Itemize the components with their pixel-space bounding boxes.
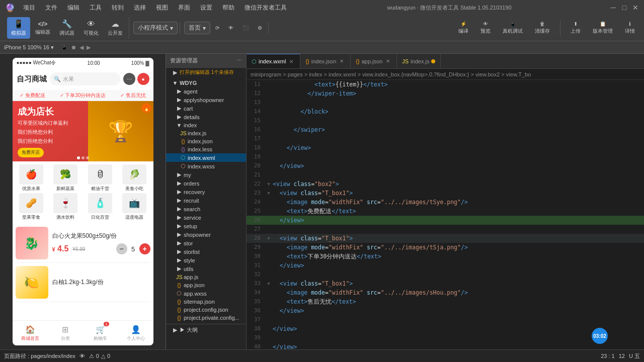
menu-help[interactable]: 帮助 — [220, 3, 236, 13]
page-dropdown[interactable]: 首页 ▾ — [184, 22, 210, 34]
debugger-toggle-button[interactable]: 🔧 调试器 — [55, 17, 78, 39]
tree-file-app-json[interactable]: {} app.json — [166, 281, 246, 289]
more-options-icon[interactable]: ⋯ — [236, 57, 242, 64]
mode-dropdown[interactable]: 小程序模式 ▾ — [133, 22, 178, 34]
tree-file-sitemap-json[interactable]: {} sitemap.json — [166, 298, 246, 306]
settings-button[interactable]: ⚙ — [254, 23, 266, 33]
tree-folder-style[interactable]: ▶ style — [166, 256, 246, 264]
plus-button-0[interactable]: + — [139, 243, 150, 254]
tree-file-app-js[interactable]: JS app.js — [166, 273, 246, 281]
root-folder[interactable]: ▼ WDYG — [166, 79, 246, 87]
menu-select[interactable]: 选择 — [132, 3, 148, 13]
category-nuts[interactable]: 🥜 坚果零食 — [15, 193, 48, 221]
tab-app-json[interactable]: {} app.json ✕ — [351, 54, 397, 69]
menu-devtools[interactable]: 微信开发者工具 — [243, 3, 289, 13]
category-daily[interactable]: 🧴 日化百货 — [84, 193, 117, 221]
tree-folder-setup[interactable]: ▶ setup — [166, 222, 246, 230]
nav-profile[interactable]: 👤 个人中心 — [118, 321, 153, 345]
category-electronics[interactable]: 📺 适度电器 — [118, 193, 151, 221]
tree-file-app-wxss[interactable]: ⬡ app.wxss — [166, 289, 246, 298]
tree-folder-cart[interactable]: ▶ cart — [166, 104, 246, 113]
details-button[interactable]: ℹ 详情 — [621, 19, 639, 37]
device-selector[interactable]: iPhone 5 100% 16 ▾ — [4, 44, 54, 51]
tree-folder-details[interactable]: ▶ details — [166, 113, 246, 121]
tree-file-index-wxss[interactable]: ⬡ index.wxss — [166, 162, 246, 170]
minus-button-0[interactable]: − — [116, 243, 127, 254]
maximize-button[interactable]: □ — [621, 4, 628, 11]
clear-cache-button[interactable]: 🗑 清缓存 — [531, 19, 554, 37]
tree-folder-my[interactable]: ▶ my — [166, 170, 246, 179]
visual-toggle-button[interactable]: 👁 可视化 — [79, 18, 103, 39]
record-button[interactable]: ⏺ — [71, 44, 76, 50]
tab-close-app-json-button[interactable]: ✕ — [384, 58, 391, 65]
upload-button[interactable]: ⬆ 上传 — [567, 19, 585, 37]
tree-folder-orders[interactable]: ▶ orders — [166, 179, 246, 188]
tab-close-json-button[interactable]: ✕ — [338, 58, 345, 65]
forward-button[interactable]: ▶ — [87, 44, 91, 51]
tree-folder-recruit[interactable]: ▶ recruit — [166, 196, 246, 205]
tree-file-project-private[interactable]: {} project.private.config... — [166, 314, 246, 322]
menu-file[interactable]: 文件 — [43, 3, 59, 13]
nav-cart[interactable]: 🛒 购物车 1 — [83, 321, 118, 345]
stepper-0[interactable]: − 5 + — [116, 243, 150, 254]
search-bar[interactable]: 🔍 水果 — [50, 72, 120, 85]
version-manager-button[interactable]: 📋 版本管理 — [589, 19, 617, 37]
nav-home[interactable]: 🏠 商城首页 — [13, 321, 48, 345]
phone-banner[interactable]: 成为店长 可享受区域内订单返利 我们拒绝您分利 我们拒绝您分利 免费开店 🏆 — [13, 101, 153, 161]
tree-folder-applyshopowner[interactable]: ▶ applyshopowner — [166, 96, 246, 104]
tab-index-js[interactable]: JS index.js — [397, 54, 441, 69]
tree-folder-index[interactable]: ▼ index — [166, 121, 246, 129]
tree-file-project-config[interactable]: {} project.config.json — [166, 306, 246, 314]
tree-folder-stor[interactable]: ▶ stor — [166, 239, 246, 247]
compile-button[interactable]: ⚡ 编译 — [454, 19, 472, 37]
menu-interface[interactable]: 界面 — [176, 3, 192, 13]
menu-tools[interactable]: 工具 — [88, 3, 104, 13]
tree-folder-shopowner[interactable]: ▶ shopowner — [166, 230, 246, 239]
tab-index-json[interactable]: {} index.json ✕ — [300, 54, 351, 69]
preview-button[interactable]: 👁 预览 — [476, 19, 495, 37]
editor-toggle-button[interactable]: </> 编辑器 — [31, 18, 54, 38]
banner-cta-button[interactable]: 免费开店 — [18, 148, 44, 157]
preview-eye-button[interactable]: 👁 — [224, 23, 237, 33]
cloud-toggle-button[interactable]: ☁ 云开发 — [104, 17, 127, 39]
menu-view[interactable]: 视图 — [154, 3, 170, 13]
tree-folder-recovery[interactable]: ▶ recovery — [166, 188, 246, 196]
menu-edit[interactable]: 编辑 — [65, 3, 82, 13]
product-item-0[interactable]: 🐉 白心火龙果500g±50g/份 ¥ 4.5 ¥6.99 − — [16, 224, 150, 263]
window-controls[interactable]: ─ □ ✕ — [610, 4, 639, 11]
close-button[interactable]: ✕ — [632, 4, 639, 11]
outline-section[interactable]: ▶ ▶ 大纲 — [166, 324, 246, 335]
notification-icon[interactable]: ● — [137, 73, 149, 85]
circular-timer[interactable]: 03:02 — [592, 328, 608, 344]
tree-folder-utils[interactable]: ▶ utils — [166, 264, 246, 273]
refresh-button[interactable]: ⟳ — [211, 23, 223, 33]
menu-project[interactable]: 项目 — [21, 3, 37, 13]
minimize-button[interactable]: ─ — [610, 4, 617, 11]
back-button[interactable]: ◀ — [79, 44, 84, 51]
product-item-1[interactable]: 🍋 白柚1.2kg-1.3kg/份 — [16, 263, 150, 302]
tree-folder-search[interactable]: ▶ search — [166, 205, 246, 213]
simulator-toggle-button[interactable]: 📱 模拟器 — [7, 17, 30, 39]
category-vegetable[interactable]: 🥦 新鲜蔬菜 — [49, 164, 83, 192]
tab-index-wxml[interactable]: ⬡ index.wxml ✕ — [247, 54, 300, 69]
code-area[interactable]: 11 <text>{{item}}</text> 12 </swiper-ite… — [247, 80, 644, 349]
tree-file-index-wxml[interactable]: ⬡ index.wxml — [166, 153, 246, 162]
category-fruit[interactable]: 🍎 优质水果 — [15, 164, 48, 192]
path-preview-icon[interactable]: 👁 — [79, 353, 85, 359]
menu-settings[interactable]: 设置 — [198, 3, 214, 13]
tree-folder-agent[interactable]: ▶ agent — [166, 87, 246, 96]
real-device-button[interactable]: 📱 真机调试 — [499, 19, 527, 37]
tree-folder-service[interactable]: ▶ service — [166, 213, 246, 222]
tree-file-index-less[interactable]: {} index.less — [166, 145, 246, 153]
tab-close-button[interactable]: ✕ — [288, 58, 295, 65]
more-icon[interactable]: ⋯ — [123, 73, 135, 85]
category-drink[interactable]: 🍷 酒水饮料 — [49, 193, 83, 221]
category-snack[interactable]: 🥬 美食小吃 — [118, 164, 151, 192]
tree-file-index-json[interactable]: {} index.json — [166, 137, 246, 145]
tree-file-index-js[interactable]: JS index.js — [166, 129, 246, 137]
tree-folder-storlist[interactable]: ▶ storlist — [166, 247, 246, 256]
nav-category[interactable]: ⊞ 分类 — [48, 321, 83, 345]
menu-goto[interactable]: 转到 — [110, 3, 126, 13]
qr-button[interactable]: ⬛ — [238, 23, 253, 33]
category-grain[interactable]: 🛢 粮油干货 — [84, 164, 117, 192]
